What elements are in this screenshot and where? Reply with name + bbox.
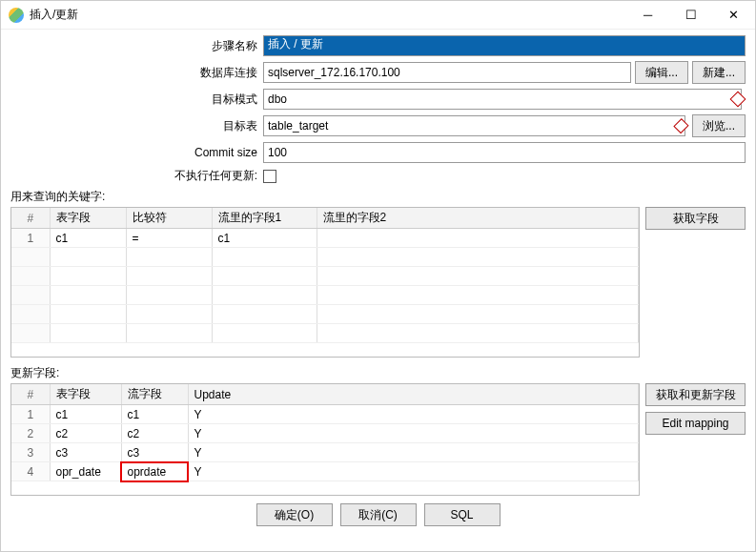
edit-connection-button[interactable]: 编辑... <box>635 61 688 84</box>
no-update-checkbox[interactable] <box>263 170 276 183</box>
minimize-button[interactable]: ─ <box>626 1 669 30</box>
edit-mapping-button[interactable]: Edit mapping <box>645 412 746 435</box>
updates-col-num: # <box>11 384 50 405</box>
keys-col-stream2: 流里的字段2 <box>317 208 639 229</box>
step-name-input[interactable]: 插入 / 更新 <box>263 35 746 56</box>
row-num <box>11 248 50 267</box>
table-row[interactable]: 1c1=c1 <box>11 229 639 248</box>
cell-comparator[interactable] <box>126 286 212 305</box>
cell-table-field[interactable] <box>50 286 126 305</box>
keys-col-stream1: 流里的字段1 <box>212 208 317 229</box>
row-num: 4 <box>11 462 50 481</box>
cell-update[interactable]: Y <box>188 462 639 481</box>
keys-col-comparator: 比较符 <box>126 208 212 229</box>
cell-stream2[interactable] <box>317 229 639 248</box>
cell-stream2[interactable] <box>317 248 639 267</box>
cell-table-field[interactable]: c1 <box>50 405 121 424</box>
browse-table-button[interactable]: 浏览... <box>692 114 746 137</box>
button-bar: 确定(O) 取消(C) SQL <box>10 496 746 536</box>
cell-update[interactable]: Y <box>188 443 639 462</box>
keys-col-table-field: 表字段 <box>50 208 126 229</box>
commit-size-label: Commit size <box>10 146 263 159</box>
connection-select[interactable] <box>263 62 631 83</box>
cell-table-field[interactable] <box>50 267 126 286</box>
ok-button[interactable]: 确定(O) <box>256 503 333 526</box>
cell-stream1[interactable] <box>212 305 317 324</box>
row-num <box>11 286 50 305</box>
cell-comparator[interactable] <box>126 324 212 343</box>
keys-section-label: 用来查询的关键字: <box>10 189 746 205</box>
commit-size-input[interactable] <box>263 142 746 163</box>
schema-input[interactable] <box>263 89 742 110</box>
updates-col-table-field: 表字段 <box>50 384 121 405</box>
cell-stream2[interactable] <box>317 286 639 305</box>
table-label: 目标表 <box>10 118 263 134</box>
cell-stream1[interactable] <box>212 267 317 286</box>
cell-update[interactable]: Y <box>188 424 639 443</box>
cell-comparator[interactable] <box>126 248 212 267</box>
get-update-fields-button[interactable]: 获取和更新字段 <box>645 383 746 406</box>
table-row[interactable] <box>11 286 639 305</box>
row-num <box>11 324 50 343</box>
cell-stream-field[interactable]: c2 <box>121 424 188 443</box>
updates-col-update: Update <box>188 384 639 405</box>
cell-table-field[interactable]: c3 <box>50 443 121 462</box>
row-num: 2 <box>11 424 50 443</box>
updates-section-label: 更新字段: <box>10 365 746 381</box>
get-fields-button[interactable]: 获取字段 <box>645 207 746 230</box>
cell-table-field[interactable] <box>50 305 126 324</box>
table-row[interactable] <box>11 305 639 324</box>
table-row[interactable] <box>11 248 639 267</box>
step-name-label: 步骤名称 <box>10 38 263 54</box>
row-num <box>11 267 50 286</box>
row-num <box>11 305 50 324</box>
cell-table-field[interactable]: c1 <box>50 229 126 248</box>
table-row[interactable]: 3c3c3Y <box>11 443 639 462</box>
cell-stream2[interactable] <box>317 267 639 286</box>
cell-comparator[interactable] <box>126 305 212 324</box>
keys-col-num: # <box>11 208 50 229</box>
connection-label: 数据库连接 <box>10 65 263 81</box>
cell-stream1[interactable] <box>212 324 317 343</box>
row-num: 1 <box>11 405 50 424</box>
schema-label: 目标模式 <box>10 92 263 108</box>
row-num: 1 <box>11 229 50 248</box>
cell-stream1[interactable] <box>212 286 317 305</box>
updates-col-stream-field: 流字段 <box>121 384 188 405</box>
window-title: 插入/更新 <box>30 7 78 23</box>
table-row[interactable]: 4opr_dateoprdateY <box>11 462 639 481</box>
cell-stream-field[interactable]: c1 <box>121 405 188 424</box>
table-row[interactable] <box>11 267 639 286</box>
keys-header-row: # 表字段 比较符 流里的字段1 流里的字段2 <box>11 208 639 229</box>
cell-stream1[interactable]: c1 <box>212 229 317 248</box>
close-button[interactable]: ✕ <box>712 1 755 30</box>
cell-table-field[interactable] <box>50 324 126 343</box>
updates-header-row: # 表字段 流字段 Update <box>11 384 639 405</box>
maximize-button[interactable]: ☐ <box>669 1 712 30</box>
cell-comparator[interactable] <box>126 267 212 286</box>
cell-table-field[interactable] <box>50 248 126 267</box>
cell-stream-field[interactable]: c3 <box>121 443 188 462</box>
table-row[interactable]: 1c1c1Y <box>11 405 639 424</box>
cell-stream1[interactable] <box>212 248 317 267</box>
cell-table-field[interactable]: c2 <box>50 424 121 443</box>
cell-table-field[interactable]: opr_date <box>50 462 121 481</box>
table-row[interactable] <box>11 324 639 343</box>
updates-grid[interactable]: # 表字段 流字段 Update 1c1c1Y2c2c2Y3c3c3Y4opr_… <box>10 383 640 496</box>
cell-stream2[interactable] <box>317 305 639 324</box>
new-connection-button[interactable]: 新建... <box>692 61 746 84</box>
keys-grid[interactable]: # 表字段 比较符 流里的字段1 流里的字段2 1c1=c1 <box>10 207 640 358</box>
row-num: 3 <box>11 443 50 462</box>
cell-update[interactable]: Y <box>188 405 639 424</box>
cell-stream2[interactable] <box>317 324 639 343</box>
no-update-label: 不执行任何更新: <box>10 168 263 184</box>
table-row[interactable]: 2c2c2Y <box>11 424 639 443</box>
app-icon <box>9 8 24 23</box>
sql-button[interactable]: SQL <box>424 503 501 526</box>
table-input[interactable] <box>263 115 685 136</box>
cell-stream-field[interactable]: oprdate <box>121 462 188 481</box>
cell-comparator[interactable]: = <box>126 229 212 248</box>
titlebar: 插入/更新 ─ ☐ ✕ <box>1 1 755 30</box>
cancel-button[interactable]: 取消(C) <box>340 503 417 526</box>
